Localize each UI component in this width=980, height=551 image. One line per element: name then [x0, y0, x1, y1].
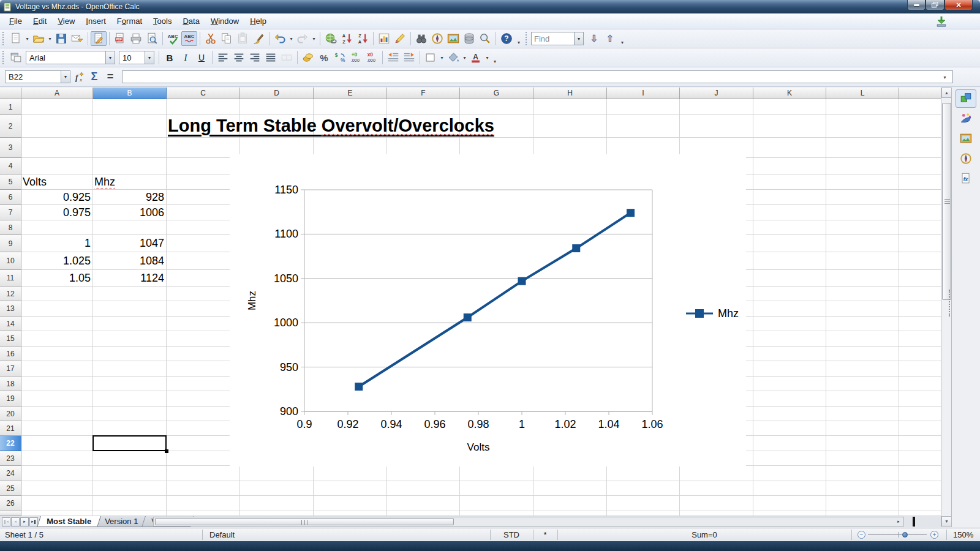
menu-help[interactable]: Help [244, 15, 272, 28]
cell-K20[interactable] [753, 407, 826, 421]
cell-B19[interactable] [93, 391, 167, 407]
cell-B8[interactable] [93, 220, 167, 235]
sort-descending-icon[interactable]: ZA [355, 31, 371, 46]
cell-A17[interactable] [21, 361, 93, 377]
background-color-dropdown-icon[interactable]: ▾ [461, 50, 468, 65]
cell-K1[interactable] [753, 99, 826, 115]
align-center-icon[interactable] [231, 50, 247, 65]
cell-L24[interactable] [826, 466, 899, 481]
restore-button[interactable] [925, 0, 944, 10]
background-color-icon[interactable] [445, 50, 461, 65]
cell-C5[interactable] [167, 174, 240, 190]
sidebar-tab-functions[interactable]: fx [956, 170, 976, 189]
cell-K9[interactable] [753, 235, 826, 252]
cell-A10[interactable]: 1.025 [21, 252, 93, 270]
row-header-19[interactable]: 19 [0, 391, 21, 407]
cell-L15[interactable] [826, 331, 899, 347]
status-sum[interactable]: Sum=0 [557, 530, 851, 539]
show-draw-functions-icon[interactable] [392, 31, 408, 46]
row-header-1[interactable]: 1 [0, 99, 21, 115]
update-available-icon[interactable] [935, 15, 948, 28]
cell-K23[interactable] [753, 451, 826, 466]
cell-D24[interactable] [240, 466, 314, 481]
function-wizard-icon[interactable]: fx [70, 70, 86, 84]
cell-B4[interactable] [93, 158, 167, 174]
cell-H25[interactable] [533, 481, 607, 496]
cell-K10[interactable] [753, 252, 826, 270]
cell-K2[interactable] [753, 115, 826, 138]
cell-K17[interactable] [753, 361, 826, 377]
new-document-dropdown-icon[interactable]: ▾ [24, 31, 31, 46]
navigator-icon[interactable] [429, 31, 445, 46]
cell-K22[interactable] [753, 436, 826, 451]
status-zoom-level[interactable]: 150% [953, 530, 973, 539]
borders-icon[interactable] [423, 50, 439, 65]
open-dropdown-icon[interactable]: ▾ [47, 31, 53, 46]
cell-K15[interactable] [753, 331, 826, 347]
cell-A20[interactable] [21, 407, 93, 421]
find-dropdown-icon[interactable]: ▾ [574, 32, 583, 45]
add-decimal-icon[interactable]: +0.000 [348, 50, 364, 65]
cell-A2[interactable] [21, 115, 93, 138]
cell-C1[interactable] [167, 99, 240, 115]
cell-A4[interactable] [21, 158, 93, 174]
row-header-18[interactable]: 18 [0, 377, 21, 391]
function-equals-icon[interactable]: = [102, 70, 118, 84]
cell-B24[interactable] [93, 466, 167, 481]
cell-A3[interactable] [21, 138, 93, 158]
insert-chart-icon[interactable] [376, 31, 392, 46]
toolbar-overflow-icon[interactable]: ▾ [618, 37, 627, 48]
name-box[interactable]: B22 ▾ [5, 70, 70, 83]
cell-H26[interactable] [533, 496, 607, 511]
cell-B9[interactable]: 1047 [93, 235, 167, 252]
cell-C20[interactable] [167, 407, 240, 421]
cell-G26[interactable] [460, 496, 533, 511]
italic-icon[interactable]: I [178, 50, 194, 65]
cell-I25[interactable] [607, 481, 680, 496]
last-sheet-button[interactable]: ▸ [29, 517, 38, 527]
row-header-12[interactable]: 12 [0, 287, 21, 301]
row-header-10[interactable]: 10 [0, 252, 21, 270]
cell-L23[interactable] [826, 451, 899, 466]
cell-C24[interactable] [167, 466, 240, 481]
cell-B12[interactable] [93, 287, 167, 301]
cell-L1[interactable] [826, 99, 899, 115]
cell-D1[interactable] [240, 99, 314, 115]
cell-E26[interactable] [314, 496, 387, 511]
cell-I1[interactable] [607, 99, 680, 115]
cell-K13[interactable] [753, 301, 826, 317]
help-icon[interactable]: ? [499, 31, 514, 46]
toolbar-grip[interactable] [523, 32, 529, 45]
cell-A16[interactable] [21, 347, 93, 361]
horizontal-scrollbar-thumb[interactable] [155, 518, 454, 525]
cell-K11[interactable] [753, 270, 826, 287]
cell-L8[interactable] [826, 220, 899, 235]
sheet-tab-most-stable[interactable]: Most Stable [37, 516, 101, 527]
row-header-9[interactable]: 9 [0, 235, 21, 252]
cell-A1[interactable] [21, 99, 93, 115]
export-pdf-icon[interactable]: PDF [112, 31, 128, 46]
cell-A8[interactable] [21, 220, 93, 235]
cell-A13[interactable] [21, 301, 93, 317]
cell-C19[interactable] [167, 391, 240, 407]
cell-C6[interactable] [167, 190, 240, 205]
row-header-11[interactable]: 11 [0, 270, 21, 287]
cell-B3[interactable] [93, 138, 167, 158]
cell-C21[interactable] [167, 421, 240, 436]
cell-K14[interactable] [753, 317, 826, 331]
cell-K16[interactable] [753, 347, 826, 361]
cut-icon[interactable] [203, 31, 219, 46]
cell-F26[interactable] [387, 496, 460, 511]
page-preview-icon[interactable] [144, 31, 160, 46]
cell-K4[interactable] [753, 158, 826, 174]
cell-A24[interactable] [21, 466, 93, 481]
menu-window[interactable]: Window [205, 15, 244, 28]
font-color-dropdown-icon[interactable]: ▾ [484, 50, 491, 65]
cell-A18[interactable] [21, 377, 93, 391]
column-header-B[interactable]: B [93, 88, 167, 99]
minimize-button[interactable] [907, 0, 925, 10]
cell-K8[interactable] [753, 220, 826, 235]
edit-file-icon[interactable] [91, 31, 107, 46]
cell-A21[interactable] [21, 421, 93, 436]
sidebar-tab-styles[interactable] [956, 110, 976, 128]
